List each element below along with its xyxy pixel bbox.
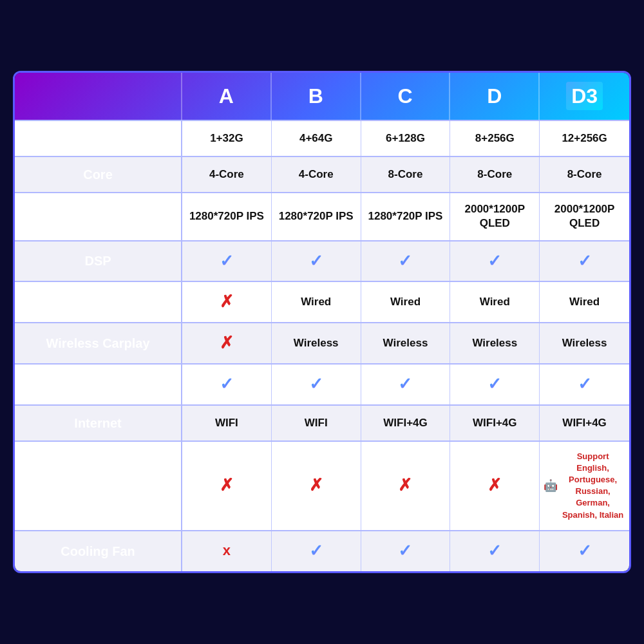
check-icon: ✓ — [398, 374, 412, 395]
cell-0-2: 6+128G — [361, 121, 451, 156]
cell-8-0: ✗ — [182, 442, 272, 530]
table-row: InternetWIFIWIFIWIFI+4GWIFI+4GWIFI+4G — [15, 404, 629, 440]
cross-icon: ✗ — [488, 475, 502, 497]
robot-icon: 🤖 — [544, 478, 558, 494]
cell-3-4: ✓ — [540, 242, 629, 281]
cross-icon: ✗ — [220, 291, 234, 313]
cross-icon: ✗ — [220, 332, 234, 354]
cell-0-4: 12+256G — [540, 121, 629, 156]
cell-2-4: 2000*1200P QLED — [540, 193, 629, 240]
cell-4-4: Wired — [540, 282, 629, 322]
cell-8-1: ✗ — [272, 442, 361, 530]
cell-4-3: Wired — [450, 282, 540, 322]
cell-1-4: 8-Core — [540, 157, 629, 192]
table-header: A B C D D3 — [15, 73, 629, 120]
comparison-table: A B C D D3 Ram/Rom1+32G4+64G6+128G8+256G… — [13, 71, 631, 573]
cell-3-1: ✓ — [272, 242, 361, 281]
table-row: Bluetooth✓✓✓✓✓ — [15, 363, 629, 404]
table-row: Android Auto✗WiredWiredWiredWired — [15, 281, 629, 322]
model-header — [15, 73, 182, 120]
cell-4-2: Wired — [361, 282, 451, 322]
cell-8-4: 🤖Support English, Portuguese, Russian, G… — [540, 442, 629, 530]
table-row: Voice Control✗✗✗✗🤖Support English, Portu… — [15, 440, 629, 530]
cross-icon: ✗ — [309, 475, 323, 497]
check-icon: ✓ — [398, 540, 412, 562]
check-icon: ✓ — [488, 251, 502, 272]
cell-9-1: ✓ — [272, 531, 361, 571]
cell-3-0: ✓ — [182, 242, 272, 281]
support-text: 🤖Support English, Portuguese, Russian, G… — [544, 451, 625, 521]
check-icon: ✓ — [488, 374, 502, 395]
check-icon: ✓ — [488, 540, 502, 562]
check-icon: ✓ — [578, 251, 592, 272]
cell-4-1: Wired — [272, 282, 361, 322]
col-header-d: D — [450, 73, 540, 120]
table-row: Ram/Rom1+32G4+64G6+128G8+256G12+256G — [15, 120, 629, 156]
row-label-cooling-fan: Cooling Fan — [15, 531, 182, 571]
row-label-resolution: Resolution — [15, 193, 182, 240]
cell-9-2: ✓ — [361, 531, 451, 571]
row-label-voice-control: Voice Control — [15, 442, 182, 530]
check-icon: ✓ — [309, 540, 323, 562]
table-row: DSP✓✓✓✓✓ — [15, 240, 629, 281]
cell-7-3: WIFI+4G — [450, 406, 540, 440]
cell-2-0: 1280*720P IPS — [182, 193, 272, 240]
cell-6-1: ✓ — [272, 365, 361, 404]
check-icon: ✓ — [309, 251, 323, 272]
cell-2-1: 1280*720P IPS — [272, 193, 361, 240]
row-label-bluetooth: Bluetooth — [15, 365, 182, 404]
cell-5-0: ✗ — [182, 323, 272, 363]
col-header-d3: D3 — [540, 73, 629, 120]
col-header-a: A — [182, 73, 272, 120]
cell-1-3: 8-Core — [450, 157, 540, 192]
cell-7-2: WIFI+4G — [361, 406, 451, 440]
check-icon: ✓ — [220, 374, 234, 395]
table-row: Core4-Core4-Core8-Core8-Core8-Core — [15, 156, 629, 192]
cell-1-2: 8-Core — [361, 157, 451, 192]
check-icon: ✓ — [309, 374, 323, 395]
cell-5-2: Wireless — [361, 323, 451, 363]
cell-7-0: WIFI — [182, 406, 272, 440]
cell-9-0: x — [182, 531, 272, 571]
row-label-ram/rom: Ram/Rom — [15, 121, 182, 156]
cell-0-0: 1+32G — [182, 121, 272, 156]
check-icon: ✓ — [578, 374, 592, 395]
row-label-wireless-carplay: Wireless Carplay — [15, 323, 182, 363]
cross-icon: ✗ — [220, 475, 234, 497]
cell-2-3: 2000*1200P QLED — [450, 193, 540, 240]
cell-6-3: ✓ — [450, 365, 540, 404]
cell-8-3: ✗ — [450, 442, 540, 530]
cross-icon: x — [223, 542, 231, 560]
cell-9-3: ✓ — [450, 531, 540, 571]
cell-5-4: Wireless — [540, 323, 629, 363]
check-icon: ✓ — [220, 251, 234, 272]
row-label-core: Core — [15, 157, 182, 192]
cell-1-0: 4-Core — [182, 157, 272, 192]
check-icon: ✓ — [578, 540, 592, 562]
cell-0-3: 8+256G — [450, 121, 540, 156]
cell-4-0: ✗ — [182, 282, 272, 322]
row-label-android-auto: Android Auto — [15, 282, 182, 322]
table-row: Wireless Carplay✗WirelessWirelessWireles… — [15, 322, 629, 363]
cell-2-2: 1280*720P IPS — [361, 193, 451, 240]
cell-5-1: Wireless — [272, 323, 361, 363]
col-header-b: B — [272, 73, 361, 120]
cell-8-2: ✗ — [361, 442, 451, 530]
cell-3-3: ✓ — [450, 242, 540, 281]
table-row: Cooling Fanx✓✓✓✓ — [15, 530, 629, 571]
cell-6-2: ✓ — [361, 365, 451, 404]
cell-6-4: ✓ — [540, 365, 629, 404]
cell-9-4: ✓ — [540, 531, 629, 571]
cell-3-2: ✓ — [361, 242, 451, 281]
check-icon: ✓ — [398, 251, 412, 272]
cell-6-0: ✓ — [182, 365, 272, 404]
cell-7-4: WIFI+4G — [540, 406, 629, 440]
cell-1-1: 4-Core — [272, 157, 361, 192]
row-label-internet: Internet — [15, 406, 182, 440]
cell-5-3: Wireless — [450, 323, 540, 363]
row-label-dsp: DSP — [15, 242, 182, 281]
cell-0-1: 4+64G — [272, 121, 361, 156]
table-row: Resolution1280*720P IPS1280*720P IPS1280… — [15, 192, 629, 240]
cross-icon: ✗ — [398, 475, 412, 497]
cell-7-1: WIFI — [272, 406, 361, 440]
